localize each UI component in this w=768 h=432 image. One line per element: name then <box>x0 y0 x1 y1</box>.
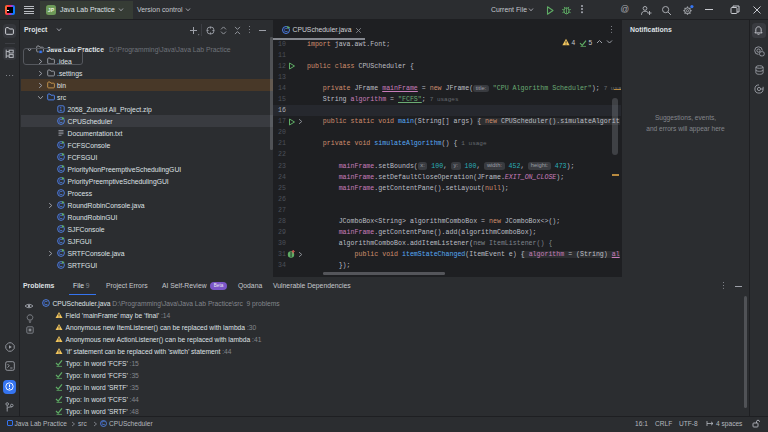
svg-text:C: C <box>59 190 63 196</box>
svg-text:1: 1 <box>60 106 63 112</box>
svg-text:C: C <box>44 300 48 306</box>
svg-text:C: C <box>102 421 106 426</box>
svg-text:C: C <box>284 27 288 33</box>
